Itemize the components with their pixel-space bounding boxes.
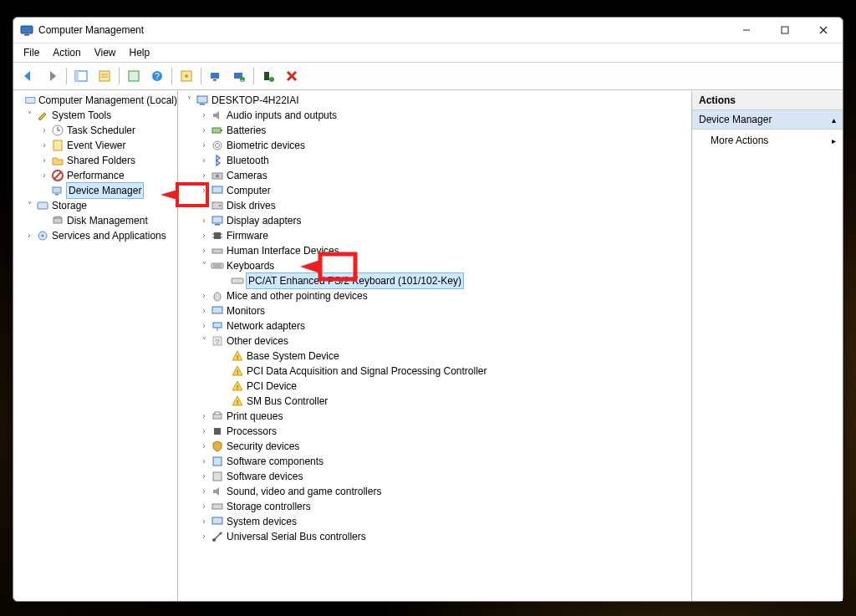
expand-toggle-icon[interactable]: › <box>198 213 210 228</box>
menu-file[interactable]: File <box>17 45 46 60</box>
tree-storage[interactable]: ˅ Storage <box>13 198 177 213</box>
expand-toggle-icon[interactable]: › <box>198 303 210 318</box>
device-cameras[interactable]: ›Cameras <box>178 168 691 183</box>
device-host[interactable]: ˅ DESKTOP-4H22IAI <box>178 93 691 108</box>
device-biometric[interactable]: ›Biometric devices <box>178 138 691 153</box>
expand-toggle-icon[interactable]: › <box>198 228 210 243</box>
device-other-smbus[interactable]: !SM Bus Controller <box>178 394 691 409</box>
tree-disk-management[interactable]: Disk Management <box>13 213 177 228</box>
minimize-button[interactable] <box>727 18 766 43</box>
device-audio[interactable]: ›Audio inputs and outputs <box>178 108 691 123</box>
tree-root[interactable]: Computer Management (Local) <box>13 93 177 108</box>
expand-toggle-icon[interactable]: › <box>38 138 50 153</box>
expand-toggle-icon[interactable]: › <box>198 168 210 183</box>
device-display-adapters[interactable]: ›Display adapters <box>178 213 691 228</box>
device-other[interactable]: ˅?Other devices <box>178 333 691 349</box>
device-hid[interactable]: ›Human Interface Devices <box>178 243 691 258</box>
expand-toggle-icon[interactable]: › <box>198 318 210 333</box>
expand-toggle-icon[interactable]: › <box>198 484 210 499</box>
expand-toggle-icon[interactable]: ˅ <box>23 198 35 213</box>
expand-toggle-icon[interactable]: › <box>198 198 210 213</box>
tree-performance[interactable]: › Performance <box>13 168 177 183</box>
scan-hardware-button[interactable] <box>205 65 227 87</box>
show-hide-tree-button[interactable] <box>70 65 92 87</box>
close-button[interactable] <box>804 18 843 43</box>
actions-more[interactable]: More Actions ▸ <box>692 130 843 151</box>
device-batteries[interactable]: ›Batteries <box>178 123 691 138</box>
device-processors[interactable]: ›Processors <box>178 424 691 439</box>
device-other-pci[interactable]: !PCI Device <box>178 379 691 394</box>
tree-device-manager[interactable]: Device Manager <box>13 183 177 198</box>
menu-view[interactable]: View <box>88 45 123 60</box>
expand-toggle-icon[interactable]: › <box>198 409 210 424</box>
device-bluetooth[interactable]: ›Bluetooth <box>178 153 691 168</box>
device-usb[interactable]: ›Universal Serial Bus controllers <box>178 529 691 544</box>
device-system-devices[interactable]: ›System devices <box>178 514 691 529</box>
help-button[interactable]: ? <box>146 65 168 87</box>
device-label: Universal Serial Bus controllers <box>227 529 366 544</box>
tree-event-viewer[interactable]: › Event Viewer <box>13 138 177 153</box>
svg-point-81 <box>220 532 222 535</box>
device-network[interactable]: ›Network adapters <box>178 318 691 333</box>
performance-icon <box>51 169 64 182</box>
actions-section[interactable]: Device Manager ▴ <box>692 110 843 130</box>
menu-help[interactable]: Help <box>123 45 157 60</box>
back-button[interactable] <box>18 65 39 87</box>
expand-toggle-icon[interactable]: › <box>198 108 210 123</box>
device-computer[interactable]: ›Computer <box>178 183 691 198</box>
tree-task-scheduler[interactable]: › Task Scheduler <box>13 123 177 138</box>
device-keyboard-ps2[interactable]: PC/AT Enhanced PS/2 Keyboard (101/102-Ke… <box>178 273 691 288</box>
device-monitors[interactable]: ›Monitors <box>178 303 691 318</box>
expand-toggle-icon[interactable]: › <box>198 514 210 529</box>
device-label: Print queues <box>227 409 283 424</box>
expand-toggle-icon[interactable]: › <box>198 153 210 168</box>
expand-toggle-icon[interactable]: › <box>38 153 50 168</box>
device-firmware[interactable]: ›Firmware <box>178 228 691 243</box>
device-other-base[interactable]: !Base System Device <box>178 349 691 364</box>
maximize-button[interactable] <box>766 18 804 43</box>
view-options-button[interactable] <box>176 65 197 87</box>
add-legacy-hardware-button[interactable]: + <box>228 65 250 87</box>
expand-toggle-icon[interactable]: ˅ <box>183 93 195 108</box>
device-sound[interactable]: ›Sound, video and game controllers <box>178 484 691 499</box>
expand-toggle-icon[interactable]: › <box>198 183 210 198</box>
expand-toggle-icon[interactable]: › <box>198 123 210 138</box>
expand-toggle-icon[interactable]: › <box>198 138 210 153</box>
console-tree-pane[interactable]: Computer Management (Local) ˅ System Too… <box>13 91 178 601</box>
tree-services-apps[interactable]: › Services and Applications <box>13 228 177 243</box>
expand-toggle-icon[interactable]: › <box>38 123 50 138</box>
expand-toggle-icon[interactable]: › <box>198 243 210 258</box>
disable-device-button[interactable] <box>281 65 303 87</box>
tree-shared-folders[interactable]: › Shared Folders <box>13 153 177 168</box>
uninstall-device-button[interactable] <box>257 65 279 87</box>
device-software-devices[interactable]: ›Software devices <box>178 469 691 484</box>
device-tree-pane[interactable]: ˅ DESKTOP-4H22IAI ›Audio inputs and outp… <box>178 91 692 601</box>
expand-toggle-icon[interactable]: › <box>198 454 210 469</box>
device-mice[interactable]: ›Mice and other pointing devices <box>178 288 691 303</box>
expand-toggle-icon[interactable]: › <box>198 499 210 514</box>
device-storage-controllers[interactable]: ›Storage controllers <box>178 499 691 514</box>
expand-toggle-icon[interactable]: › <box>198 288 210 303</box>
forward-button[interactable] <box>41 65 63 87</box>
device-print[interactable]: ›Print queues <box>178 409 691 424</box>
svg-rect-16 <box>211 73 219 79</box>
titlebar[interactable]: Computer Management <box>13 18 843 43</box>
menu-action[interactable]: Action <box>46 45 87 60</box>
expand-toggle-icon[interactable]: › <box>198 469 210 484</box>
tree-system-tools[interactable]: ˅ System Tools <box>13 108 177 123</box>
refresh-button[interactable] <box>123 65 145 87</box>
expand-toggle-icon[interactable]: ˅ <box>23 108 35 123</box>
expand-toggle-icon[interactable]: › <box>38 168 50 183</box>
expand-toggle-icon[interactable]: › <box>198 439 210 454</box>
expand-toggle-icon[interactable]: › <box>198 529 210 544</box>
expand-toggle-icon[interactable]: ˅ <box>198 258 210 273</box>
expand-toggle-icon[interactable]: ˅ <box>198 333 210 349</box>
device-software-components[interactable]: ›Software components <box>178 454 691 469</box>
expand-toggle-icon[interactable]: › <box>23 228 35 243</box>
device-other-pci-daq[interactable]: !PCI Data Acquisition and Signal Process… <box>178 364 691 379</box>
device-keyboards[interactable]: ˅Keyboards <box>178 258 691 273</box>
device-security[interactable]: ›Security devices <box>178 439 691 454</box>
device-disk-drives[interactable]: ›Disk drives <box>178 198 691 213</box>
expand-toggle-icon[interactable]: › <box>198 424 210 439</box>
properties-button[interactable] <box>94 65 115 87</box>
